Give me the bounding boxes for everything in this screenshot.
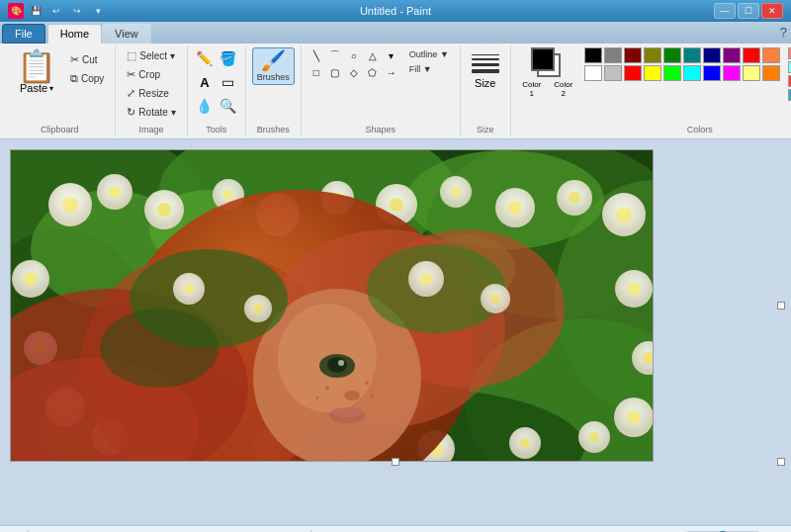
window-title: Untitled - Paint [0, 5, 791, 17]
svg-point-86 [420, 273, 432, 285]
tab-view[interactable]: View [102, 24, 151, 44]
rotate-button[interactable]: ↻ Rotate ▾ [122, 104, 180, 121]
zoom-in-icon[interactable]: ＋ [770, 528, 783, 533]
cut-button[interactable]: ✂ Cut [65, 51, 109, 68]
text-tool[interactable]: A [194, 71, 216, 93]
tab-home[interactable]: Home [47, 24, 102, 44]
canvas-resize-right[interactable] [777, 302, 785, 310]
quick-save[interactable]: 💾 [27, 4, 44, 18]
resize-icon: ⤢ [127, 87, 135, 100]
tools-label: Tools [188, 125, 245, 134]
palette-swatch-9[interactable] [762, 47, 780, 63]
paste-dropdown-arrow: ▾ [49, 84, 53, 93]
palette-swatch-3[interactable] [644, 47, 661, 63]
shape-curve[interactable]: ⌒ [326, 47, 344, 63]
shapes-label: Shapes [302, 125, 460, 134]
palette-swatch-17[interactable] [723, 65, 741, 81]
shape-pentagon[interactable]: ⬠ [364, 64, 382, 80]
copy-button[interactable]: ⧉ Copy [65, 70, 109, 87]
svg-point-37 [24, 272, 38, 286]
shape-triangle[interactable]: △ [364, 47, 382, 63]
tab-file[interactable]: File [2, 24, 45, 44]
status-bar: + ⬚ 819 × 460px 100% － ＋ [0, 525, 791, 532]
eraser-tool[interactable]: ▭ [218, 71, 239, 93]
palette-swatch-7[interactable] [723, 47, 741, 63]
palette-swatch-16[interactable] [703, 65, 721, 81]
palette-swatch-2[interactable] [624, 47, 642, 63]
canvas-image [11, 150, 654, 462]
palette-swatch-10[interactable] [584, 65, 602, 81]
shape-diamond[interactable]: ◇ [345, 64, 363, 80]
palette-swatch-19[interactable] [762, 65, 780, 81]
color2-label: Color2 [549, 80, 578, 98]
svg-point-29 [451, 187, 461, 197]
svg-point-27 [390, 198, 403, 212]
status-right: 100% － ＋ [629, 528, 783, 533]
shape-rect[interactable]: □ [308, 64, 325, 80]
svg-point-76 [316, 397, 319, 399]
size-group-label: Size [461, 125, 510, 134]
canvas[interactable] [10, 149, 654, 462]
pencil-tool[interactable]: ✏️ [194, 47, 216, 69]
select-arrow: ▾ [170, 50, 175, 61]
palette-swatch-6[interactable] [703, 47, 721, 63]
eyedropper-tool[interactable]: 💧 [194, 95, 216, 117]
cut-label: Cut [82, 54, 98, 65]
select-button[interactable]: ⬚ Select ▾ [122, 47, 180, 64]
palette-swatch-18[interactable] [743, 65, 760, 81]
size-control[interactable]: Size [467, 47, 504, 92]
fill-button[interactable]: Fill ▼ [404, 62, 454, 76]
app-icon: 🎨 [8, 3, 24, 19]
palette-swatch-12[interactable] [624, 65, 642, 81]
brushes-label: Brushes [257, 72, 290, 82]
svg-point-71 [344, 391, 360, 400]
svg-point-51 [589, 432, 599, 442]
svg-point-49 [627, 410, 641, 424]
shape-rounded[interactable]: ▢ [326, 64, 344, 80]
canvas-resize-bottom[interactable] [392, 458, 399, 466]
size-items: Size [467, 47, 504, 134]
crop-button[interactable]: ✂ Crop [122, 66, 180, 83]
palette-swatch-11[interactable] [604, 65, 622, 81]
svg-point-77 [371, 395, 374, 398]
palette-swatch-8[interactable] [743, 47, 760, 63]
shape-rect-more[interactable]: ▾ [383, 47, 400, 63]
quick-undo[interactable]: ↩ [47, 4, 65, 18]
palette-swatch-15[interactable] [683, 65, 701, 81]
shape-ellipse[interactable]: ○ [345, 47, 363, 63]
canvas-resize-corner[interactable] [777, 458, 785, 466]
color1-box[interactable] [531, 47, 555, 71]
outline-button[interactable]: Outline ▼ [404, 47, 454, 61]
quick-redo[interactable]: ↪ [68, 4, 86, 18]
quick-dropdown[interactable]: ▾ [89, 4, 107, 18]
rotate-icon: ↻ [127, 106, 135, 119]
brushes-button[interactable]: 🖌️ Brushes [252, 47, 295, 85]
palette-swatch-4[interactable] [663, 47, 681, 63]
svg-point-35 [616, 207, 632, 222]
rotate-arrow: ▾ [171, 107, 176, 118]
palette-swatch-14[interactable] [663, 65, 681, 81]
paste-label: Paste [20, 82, 47, 94]
palette-swatch-13[interactable] [644, 65, 661, 81]
magnify-tool[interactable]: 🔍 [218, 95, 239, 117]
size-lines [470, 50, 501, 77]
fill-label: Fill ▼ [409, 64, 432, 74]
color1-label: Color1 [517, 80, 547, 98]
minimize-button[interactable]: — [714, 3, 736, 19]
shapes-grid: ╲ ⌒ ○ △ ▾ □ ▢ ◇ ⬠ → [308, 47, 400, 80]
shape-line[interactable]: ╲ [308, 47, 325, 63]
fill-tool[interactable]: 🪣 [218, 47, 239, 69]
size-line-3 [472, 63, 499, 66]
zoom-out-icon[interactable]: － [662, 528, 675, 533]
shape-arrow[interactable]: → [383, 64, 400, 80]
resize-button[interactable]: ⤢ Resize [122, 85, 180, 102]
palette-swatch-1[interactable] [604, 47, 622, 63]
close-button[interactable]: ✕ [761, 3, 783, 19]
palette-swatch-5[interactable] [683, 47, 701, 63]
brushes-group-label: Brushes [246, 125, 301, 134]
palette-swatch-0[interactable] [584, 47, 602, 63]
help-button[interactable]: ? [780, 22, 791, 44]
paste-button[interactable]: 📋 Paste ▾ [10, 47, 63, 97]
image-group: ⬚ Select ▾ ✂ Crop ⤢ Resize ↻ Rotate [116, 45, 187, 136]
maximize-button[interactable]: ☐ [738, 3, 759, 19]
